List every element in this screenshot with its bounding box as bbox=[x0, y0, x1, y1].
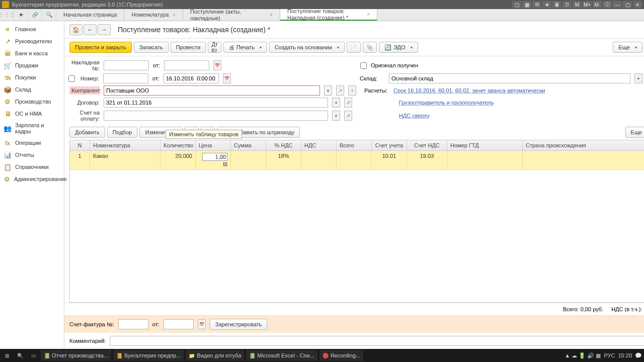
col-n[interactable]: N bbox=[70, 140, 90, 150]
vat-link[interactable]: НДС сверху bbox=[399, 113, 430, 119]
nav-directories[interactable]: 📋Справочники bbox=[0, 161, 64, 173]
titlebtn-4[interactable]: ★ bbox=[542, 1, 551, 8]
taskbar-item[interactable]: 📙 Бухгалтерия предпр... bbox=[113, 350, 184, 361]
calendar-icon[interactable]: 📅 bbox=[213, 60, 221, 70]
calcs-link[interactable]: Срок 16.10.2016, 60.01, 60.02, зачет ава… bbox=[393, 87, 545, 94]
taskbar-item[interactable]: 🔴 Recording... bbox=[319, 350, 363, 361]
register-button[interactable]: Зарегистрировать bbox=[210, 319, 268, 330]
dropdown-icon[interactable]: ▾ bbox=[332, 98, 340, 108]
col-vat-percent[interactable]: % НДС bbox=[266, 140, 301, 150]
home-button[interactable]: 🏠 bbox=[69, 24, 83, 35]
date-input[interactable] bbox=[164, 73, 219, 83]
warehouse-input[interactable] bbox=[389, 73, 630, 83]
link-icon[interactable]: 🔗 bbox=[28, 9, 42, 21]
tray-time[interactable]: 15:20 bbox=[618, 352, 632, 358]
print-button[interactable]: 🖨Печать bbox=[223, 42, 267, 53]
nav-bank[interactable]: 🏛Банк и касса bbox=[0, 47, 64, 59]
tray-icons[interactable]: ▲ ☁ 🔋 🔊 ▦ bbox=[565, 352, 601, 359]
maximize-button[interactable]: ▢ bbox=[623, 1, 632, 8]
sf-number-input[interactable] bbox=[118, 319, 148, 329]
table-more-button[interactable]: Еще bbox=[625, 127, 644, 138]
add-row-button[interactable]: Добавить bbox=[69, 127, 105, 138]
col-sum[interactable]: Сумма bbox=[231, 140, 266, 150]
close-icon[interactable]: × bbox=[367, 12, 370, 17]
titlebtn-6[interactable]: ⏱ bbox=[562, 1, 572, 8]
open-icon[interactable]: ↗ bbox=[344, 111, 352, 121]
price-cell[interactable]: 1,00 ⊟ bbox=[196, 151, 231, 169]
nav-sales[interactable]: 🛒Продажи bbox=[0, 59, 64, 71]
table-row[interactable]: 1 Какао 20,000 1,00 ⊟ 18% 10.01 19.03 bbox=[70, 151, 644, 170]
dropdown-icon[interactable]: ▾ bbox=[634, 73, 642, 83]
back-button[interactable]: ← bbox=[84, 24, 97, 35]
post-close-button[interactable]: Провести и закрыть bbox=[69, 42, 132, 53]
number-input[interactable] bbox=[103, 73, 148, 83]
minimize-button[interactable]: — bbox=[613, 1, 622, 8]
pick-button[interactable]: Подбор bbox=[107, 127, 138, 138]
col-nomenclature[interactable]: Номенклатура bbox=[90, 140, 160, 150]
nav-purchases[interactable]: 🛍Покупки bbox=[0, 71, 64, 83]
tab-receipts[interactable]: Поступление (акты, накладные)× bbox=[183, 9, 280, 21]
col-vat[interactable]: НДС bbox=[301, 140, 337, 150]
taskbar-item[interactable]: 📗 Отчет производства... bbox=[41, 350, 111, 361]
calendar-icon[interactable]: 📅 bbox=[223, 73, 231, 83]
col-total[interactable]: Всего bbox=[337, 140, 372, 150]
col-vat-account[interactable]: Счет НДС bbox=[407, 140, 447, 150]
col-gtd[interactable]: Номер ГТД bbox=[447, 140, 523, 150]
carrier-link[interactable]: Грузоотправитель и грузополучатель bbox=[399, 100, 494, 106]
titlebtn-8[interactable]: М+ bbox=[583, 1, 592, 8]
calendar-icon[interactable]: 📅 bbox=[198, 319, 206, 329]
titlebtn-10[interactable]: ⓘ bbox=[603, 1, 612, 8]
tab-receipt-create[interactable]: Поступление товаров: Накладная (создание… bbox=[280, 9, 377, 21]
contractor-input[interactable] bbox=[104, 85, 320, 96]
contract-input[interactable] bbox=[104, 98, 328, 108]
help-icon[interactable]: ? bbox=[348, 85, 356, 96]
dt-kt-button[interactable]: ДтКт bbox=[208, 42, 221, 53]
nav-main[interactable]: ≡Главное bbox=[0, 23, 64, 35]
nav-assets[interactable]: 🖥ОС и НМА bbox=[0, 108, 64, 120]
taskbar-item[interactable]: 📁 Видео для ютуба bbox=[186, 350, 244, 361]
nav-salary[interactable]: 👥Зарплата и кадры bbox=[0, 120, 64, 137]
open-icon[interactable]: ↗ bbox=[344, 98, 352, 108]
nav-admin[interactable]: ⚙Администрирование bbox=[0, 173, 64, 185]
apps-icon[interactable]: ⋮⋮⋮ bbox=[0, 9, 14, 21]
titlebtn-3[interactable]: ⧉ bbox=[532, 1, 541, 8]
payment-acc-input[interactable] bbox=[104, 111, 328, 121]
taskview-button[interactable]: ▭ bbox=[28, 350, 39, 361]
attach-button[interactable]: 📎 bbox=[363, 42, 377, 53]
invoice-date-input[interactable] bbox=[164, 60, 209, 70]
tab-nomenclature[interactable]: Номенклатура× bbox=[124, 9, 183, 21]
sf-date-input[interactable] bbox=[164, 319, 194, 329]
search-button[interactable]: 🔍 bbox=[14, 350, 26, 361]
tray-lang[interactable]: РУС bbox=[604, 352, 615, 358]
nav-manager[interactable]: ↗Руководителю bbox=[0, 35, 64, 47]
col-qty[interactable]: Количество bbox=[160, 140, 196, 150]
number-auto-checkbox[interactable] bbox=[68, 75, 75, 82]
titlebtn-7[interactable]: М bbox=[573, 1, 582, 8]
save-button[interactable]: Записать bbox=[134, 42, 169, 53]
original-received-checkbox[interactable] bbox=[360, 62, 367, 69]
col-price[interactable]: Цена bbox=[196, 140, 231, 150]
comment-input[interactable] bbox=[110, 336, 644, 346]
titlebtn-5[interactable]: 🖩 bbox=[552, 1, 561, 8]
close-icon[interactable]: × bbox=[173, 12, 176, 18]
col-account[interactable]: Счет учета bbox=[372, 140, 407, 150]
tab-home[interactable]: Начальная страница bbox=[56, 9, 124, 21]
taskbar-item[interactable]: 📗 Microsoft Excel - Спи... bbox=[246, 350, 317, 361]
open-icon[interactable]: ↗ bbox=[336, 85, 344, 96]
post-button[interactable]: Провести bbox=[171, 42, 206, 53]
dropdown-icon[interactable]: ▾ bbox=[324, 85, 332, 96]
edo-button[interactable]: 🔄ЭДО bbox=[379, 42, 418, 53]
nav-production[interactable]: ⚙Производство bbox=[0, 96, 64, 108]
titlebtn-2[interactable]: ▦ bbox=[522, 1, 531, 8]
more-button[interactable]: Еще bbox=[613, 42, 642, 53]
forward-button[interactable]: → bbox=[98, 24, 111, 35]
invoice-no-input[interactable] bbox=[104, 60, 149, 70]
nav-warehouse[interactable]: 📦Склад bbox=[0, 83, 64, 96]
titlebtn-1[interactable]: ▢ bbox=[512, 1, 521, 8]
favorite-icon[interactable]: ★ bbox=[14, 9, 28, 21]
start-button[interactable]: ⊞ bbox=[2, 350, 12, 361]
create-based-button[interactable]: Создать на основании bbox=[269, 42, 345, 53]
nav-reports[interactable]: 📊Отчеты bbox=[0, 149, 64, 161]
dropdown-icon[interactable]: ▾ bbox=[332, 111, 340, 121]
notifications-icon[interactable]: 💬 bbox=[635, 352, 642, 359]
